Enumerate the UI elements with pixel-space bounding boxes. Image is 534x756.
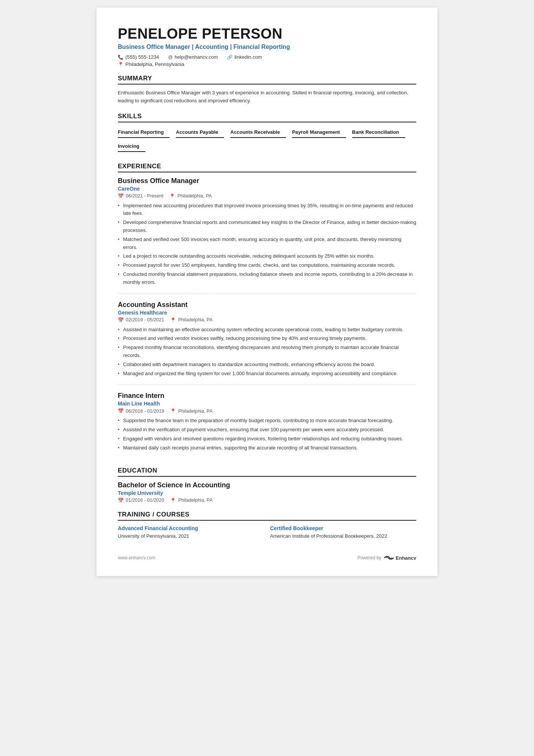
training-item-1: Certified Bookkeeper American Institute … <box>270 525 416 540</box>
skill-payroll-management: Payroll Management <box>292 127 346 138</box>
summary-section: SUMMARY Enthusiastic Business Office Man… <box>118 75 416 105</box>
skills-section: SKILLS Financial Reporting Accounts Paya… <box>118 113 416 155</box>
job-meta-1: 📅 02/2019 - 05/2021 📍 Philadelphia, PA <box>118 317 416 323</box>
job-company-1: Genesis Healthcare <box>118 310 416 316</box>
bullet-1-4: Managed and organized the filing system … <box>118 370 416 378</box>
job-dates-0: 📅 06/2021 - Present <box>118 193 163 199</box>
contact-row: 📞 (555) 555-1234 @ help@enhancv.com 🔗 li… <box>118 54 416 60</box>
job-dates-1: 📅 02/2019 - 05/2021 <box>118 317 164 323</box>
location-icon-edu: 📍 <box>170 498 176 503</box>
training-org-0: University of Pennsylvania, 2021 <box>118 532 264 540</box>
location-icon-2: 📍 <box>170 408 176 414</box>
bullet-2-3: Maintained daily cash receipts journal e… <box>118 444 416 452</box>
job-bullets-0: Implemented new accounting procedures th… <box>118 202 416 286</box>
phone-contact: 📞 (555) 555-1234 <box>118 54 159 60</box>
powered-by-label: Powered by <box>357 555 381 560</box>
footer: www.enhancv.com Powered by Enhancv <box>118 552 416 561</box>
header-section: PENELOPE PETERSON Business Office Manage… <box>118 26 416 67</box>
footer-powered: Powered by Enhancv <box>357 555 416 561</box>
bullet-0-5: Conducted monthly financial statement pr… <box>118 271 416 286</box>
enhancv-logo-icon <box>384 555 394 561</box>
location-icon-0: 📍 <box>169 193 175 199</box>
email-contact: @ help@enhancv.com <box>168 54 218 60</box>
edu-meta: 📅 01/2016 - 01/2020 📍 Philadelphia, PA <box>118 498 416 503</box>
training-title-1: Certified Bookkeeper <box>270 525 416 531</box>
bullet-0-0: Implemented new accounting procedures th… <box>118 202 416 218</box>
job-meta-0: 📅 06/2021 - Present 📍 Philadelphia, PA <box>118 193 416 199</box>
bullet-1-1: Processed and verified vendor invoices s… <box>118 335 416 343</box>
experience-heading: EXPERIENCE <box>118 163 416 172</box>
job-careone: Business Office Manager CareOne 📅 06/202… <box>118 177 416 294</box>
job-location-0: 📍 Philadelphia, PA <box>169 193 212 199</box>
edu-dates: 📅 01/2016 - 01/2020 <box>118 498 164 503</box>
skill-invoicing: Invoicing <box>118 141 145 152</box>
skills-grid: Financial Reporting Accounts Payable Acc… <box>118 127 416 155</box>
phone-icon: 📞 <box>118 55 123 60</box>
job-company-2: Main Line Health <box>118 401 416 407</box>
bullet-2-0: Supported the finance team in the prepar… <box>118 417 416 425</box>
footer-url: www.enhancv.com <box>118 555 155 560</box>
training-heading: TRAINING / COURSES <box>118 511 416 521</box>
job-location-2: 📍 Philadelphia, PA <box>170 408 212 414</box>
bullet-1-0: Assisted in maintaining an effective acc… <box>118 326 416 334</box>
bullet-0-1: Developed comprehensive financial report… <box>118 219 416 235</box>
bullet-2-2: Engaged with vendors and resolved questi… <box>118 435 416 443</box>
enhancv-logo: Enhancv <box>384 555 416 561</box>
location-row: 📍 Philadelphia, Pennsylvania <box>118 61 416 67</box>
job-bullets-2: Supported the finance team in the prepar… <box>118 417 416 452</box>
bullet-1-3: Collaborated with department managers to… <box>118 361 416 369</box>
location-icon: 📍 <box>118 62 123 67</box>
bullet-1-2: Prepared monthly financial reconciliatio… <box>118 344 416 360</box>
job-meta-2: 📅 06/2018 - 01/2019 📍 Philadelphia, PA <box>118 408 416 414</box>
linkedin-contact: 🔗 linkedin.com <box>227 54 262 60</box>
training-grid: Advanced Financial Accounting University… <box>118 525 416 540</box>
phone-value: (555) 555-1234 <box>125 54 159 60</box>
enhancv-brand-name: Enhancv <box>396 555 416 561</box>
bullet-2-1: Assisted in the verification of payment … <box>118 426 416 434</box>
job-title-0: Business Office Manager <box>118 177 416 185</box>
skill-bank-reconciliation: Bank Reconciliation <box>352 127 405 138</box>
summary-heading: SUMMARY <box>118 75 416 85</box>
edu-school: Temple University <box>118 490 416 496</box>
edu-degree: Bachelor of Science in Accounting <box>118 481 416 489</box>
skill-accounts-payable: Accounts Payable <box>176 127 224 138</box>
calendar-icon-edu: 📅 <box>118 498 124 503</box>
link-icon: 🔗 <box>227 55 233 60</box>
job-title-1: Accounting Assistant <box>118 301 416 309</box>
skill-accounts-receivable: Accounts Receivable <box>230 127 286 138</box>
email-value: help@enhancv.com <box>175 54 218 60</box>
job-bullets-1: Assisted in maintaining an effective acc… <box>118 326 416 378</box>
email-icon: @ <box>168 55 173 60</box>
experience-section: EXPERIENCE Business Office Manager CareO… <box>118 163 416 459</box>
resume-container: PENELOPE PETERSON Business Office Manage… <box>97 8 437 576</box>
candidate-title: Business Office Manager | Accounting | F… <box>118 44 416 50</box>
calendar-icon-0: 📅 <box>118 193 124 199</box>
bullet-0-3: Led a project to reconcile outstanding a… <box>118 252 416 260</box>
calendar-icon-2: 📅 <box>118 408 124 414</box>
location-value: Philadelphia, Pennsylvania <box>125 61 184 67</box>
calendar-icon-1: 📅 <box>118 317 124 323</box>
bullet-0-4: Processed payroll for over 150 employees… <box>118 261 416 269</box>
skill-financial-reporting: Financial Reporting <box>118 127 170 138</box>
job-mainline: Finance Intern Main Line Health 📅 06/201… <box>118 392 416 459</box>
education-section: EDUCATION Bachelor of Science in Account… <box>118 467 416 503</box>
training-item-0: Advanced Financial Accounting University… <box>118 525 264 540</box>
skills-heading: SKILLS <box>118 113 416 122</box>
location-contact: 📍 Philadelphia, Pennsylvania <box>118 61 184 67</box>
bullet-0-2: Matched and verified over 500 invoices e… <box>118 236 416 252</box>
location-icon-1: 📍 <box>170 317 176 323</box>
candidate-name: PENELOPE PETERSON <box>118 26 416 42</box>
job-company-0: CareOne <box>118 186 416 192</box>
edu-location: 📍 Philadelphia, PA <box>170 498 212 503</box>
training-org-1: American Institute of Professional Bookk… <box>270 532 416 540</box>
job-dates-2: 📅 06/2018 - 01/2019 <box>118 408 164 414</box>
education-heading: EDUCATION <box>118 467 416 477</box>
training-section: TRAINING / COURSES Advanced Financial Ac… <box>118 511 416 540</box>
training-title-0: Advanced Financial Accounting <box>118 525 264 531</box>
linkedin-value: linkedin.com <box>234 54 262 60</box>
summary-text: Enthusiastic Business Office Manager wit… <box>118 89 416 105</box>
job-title-2: Finance Intern <box>118 392 416 400</box>
job-location-1: 📍 Philadelphia, PA <box>170 317 212 323</box>
job-genesis: Accounting Assistant Genesis Healthcare … <box>118 301 416 385</box>
